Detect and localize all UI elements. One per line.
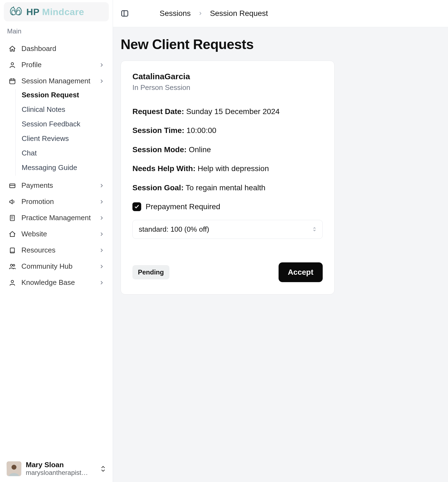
chevron-right-icon [99,248,104,253]
client-name: CatalinaGarcia [132,72,323,81]
calendar-icon [8,78,16,85]
sidebar-item-community-hub[interactable]: Community Hub [4,258,108,274]
avatar [7,461,21,476]
breadcrumb-session-request: Session Request [210,9,268,18]
sidebar-item-label: Payments [21,181,53,190]
sidebar-item-label: Profile [21,61,42,69]
kv-request-date: Request Date: Sunday 15 December 2024 [132,106,323,117]
svg-rect-3 [10,215,14,221]
brand-logo[interactable]: HP Mindcare [4,2,109,21]
prepayment-label: Prepayment Required [146,202,220,211]
svg-point-0 [11,63,14,65]
sidebar-item-session-management[interactable]: Session Management [4,73,108,89]
breadcrumb-sessions[interactable]: Sessions [160,9,191,18]
session-management-subnav: Session Request Clinical Notes Session F… [15,89,108,176]
chevron-right-icon [99,78,104,84]
building-icon [8,214,16,222]
chevron-right-icon [99,231,104,237]
butterfly-icon [9,6,22,18]
kv-session-goal: Session Goal: To regain mental health [132,182,323,194]
svg-point-6 [13,264,15,266]
subnav-messaging-guide[interactable]: Messaging Guide [22,163,108,172]
megaphone-icon [8,198,16,205]
user-icon [8,279,16,286]
pricing-select-value: standard: 100 (0% off) [139,225,209,234]
user-email: marysloantherapist@gmai... [26,469,94,477]
sidebar-item-label: Promotion [21,197,54,206]
accept-button[interactable]: Accept [279,262,323,282]
user-switcher[interactable]: Mary Sloan marysloantherapist@gmai... [0,455,113,482]
sort-icon [100,465,106,473]
sidebar-item-payments[interactable]: Payments [4,177,108,194]
chevron-right-icon [99,183,104,188]
request-card: CatalinaGarcia In Person Session Request… [121,61,334,294]
subnav-clinical-notes[interactable]: Clinical Notes [22,105,108,114]
sidebar-item-resources[interactable]: Resources [4,242,108,258]
home-icon [8,45,16,52]
chevron-right-icon [99,280,104,285]
pricing-select[interactable]: standard: 100 (0% off) [132,220,323,239]
sidebar-item-label: Session Management [21,77,90,85]
sidebar-item-label: Knowledge Base [21,278,75,287]
chevron-right-icon [99,62,104,68]
sidebar-nav: Dashboard Profile Session Management Ses… [0,41,113,291]
select-caret-icon [313,226,316,232]
sidebar-item-profile[interactable]: Profile [4,57,108,73]
svg-point-9 [12,465,16,470]
breadcrumb: Sessions Session Request [160,9,268,18]
kv-session-time: Session Time: 10:00:00 [132,124,323,136]
sidebar-item-dashboard[interactable]: Dashboard [4,41,108,57]
topbar: Sessions Session Request [113,0,448,27]
sidebar: HP Mindcare Main Dashboard Profile Sessi… [0,0,113,482]
home-icon [8,231,16,238]
svg-point-5 [10,264,13,266]
sidebar-item-label: Dashboard [21,44,56,53]
subnav-chat[interactable]: Chat [22,149,108,157]
user-info: Mary Sloan marysloantherapist@gmai... [26,461,94,477]
users-icon [8,263,16,270]
user-icon [8,61,16,69]
chevron-right-icon [198,11,203,16]
content: New Client Requests CatalinaGarcia In Pe… [113,27,448,482]
sidebar-item-label: Community Hub [21,262,72,271]
page-title: New Client Requests [121,36,440,52]
session-type: In Person Session [132,83,323,92]
kv-session-mode: Session Mode: Online [132,144,323,155]
sidebar-item-label: Website [21,230,47,238]
chevron-right-icon [99,264,104,269]
sidebar-item-website[interactable]: Website [4,226,108,242]
card-icon [8,182,16,189]
user-name: Mary Sloan [26,461,94,469]
sidebar-item-label: Practice Management [21,214,91,222]
svg-point-7 [11,280,14,283]
sidebar-item-label: Resources [21,246,55,254]
subnav-session-request[interactable]: Session Request [22,91,108,99]
chevron-right-icon [99,199,104,205]
status-badge: Pending [132,265,169,279]
sidebar-item-practice-management[interactable]: Practice Management [4,210,108,226]
subnav-session-feedback[interactable]: Session Feedback [22,120,108,128]
svg-rect-2 [10,184,15,188]
book-icon [8,247,16,254]
subnav-client-reviews[interactable]: Client Reviews [22,134,108,143]
sidebar-item-knowledge-base[interactable]: Knowledge Base [4,274,108,291]
kv-needs-help-with: Needs Help With: Help with depression [132,163,323,174]
panel-toggle-icon[interactable] [121,9,130,18]
brand-text: HP Mindcare [26,7,84,17]
prepayment-row[interactable]: Prepayment Required [132,202,323,211]
svg-rect-1 [10,79,15,84]
svg-rect-10 [122,11,128,16]
chevron-right-icon [99,215,104,221]
sidebar-item-promotion[interactable]: Promotion [4,194,108,210]
sidebar-section-label: Main [0,27,113,41]
checkbox-checked-icon[interactable] [132,202,141,211]
main-area: Sessions Session Request New Client Requ… [113,0,448,482]
